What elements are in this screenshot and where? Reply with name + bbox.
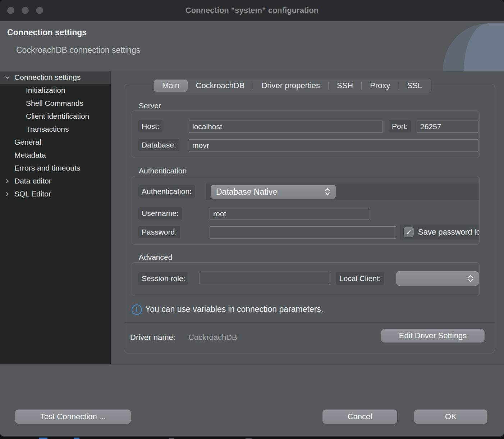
username-label: Username: <box>138 207 182 220</box>
window-title: Connection "system" configuration <box>0 0 504 21</box>
session-role-label: Session role: <box>138 272 188 285</box>
tab-bar: Main CockroachDB Driver properties SSH P… <box>153 78 431 93</box>
dock-fragment <box>39 438 47 439</box>
tab-ssl[interactable]: SSL <box>399 80 431 92</box>
updown-chevron-icon <box>467 274 474 283</box>
sidebar-item-label: Metadata <box>14 149 46 162</box>
main-content: Main CockroachDB Driver properties SSH P… <box>111 71 504 364</box>
sidebar-item-label: Connection settings <box>14 71 81 84</box>
database-label: Database: <box>138 139 179 151</box>
port-input[interactable] <box>417 121 478 133</box>
tab-cockroachdb[interactable]: CockroachDB <box>188 80 253 92</box>
page-title: Connection settings <box>7 28 87 37</box>
sidebar-item-general[interactable]: General <box>0 136 111 149</box>
authentication-section-label: Authentication <box>139 167 187 175</box>
chevron-right-icon[interactable] <box>3 175 12 187</box>
password-input[interactable] <box>210 226 396 239</box>
sidebar-item-errors-and-timeouts[interactable]: Errors and timeouts <box>0 162 111 175</box>
settings-tree: Connection settings Initialization Shell… <box>0 71 111 364</box>
password-label: Password: <box>138 226 180 238</box>
dock-fragment <box>74 438 79 439</box>
sidebar-item-label: Transactions <box>26 123 69 136</box>
page-subtitle: CockroachDB connection settings <box>16 45 140 55</box>
title-bar: Connection "system" configuration <box>0 0 504 21</box>
local-client-select[interactable] <box>396 271 479 286</box>
sidebar-item-connection-settings[interactable]: Connection settings <box>0 71 111 84</box>
driver-name-value: CockroachDB <box>188 333 237 342</box>
authentication-select-value: Database Native <box>216 187 324 197</box>
save-password-checkbox[interactable]: ✓ <box>404 227 414 237</box>
sidebar-item-label: SQL Editor <box>14 187 51 200</box>
server-section-label: Server <box>139 101 161 110</box>
main-tab-panel: Server Host: Port: Database: Authenticat… <box>124 84 495 353</box>
sidebar-item-client-identification[interactable]: Client identification <box>0 110 111 123</box>
checkmark-icon: ✓ <box>406 228 412 236</box>
sidebar-item-label: Client identification <box>26 110 89 123</box>
session-role-input[interactable] <box>200 273 330 285</box>
tab-ssh[interactable]: SSH <box>329 80 361 92</box>
host-label: Host: <box>138 120 162 132</box>
save-password-label: Save password locally <box>418 227 479 237</box>
tab-driver-properties[interactable]: Driver properties <box>253 80 328 92</box>
sidebar-item-transactions[interactable]: Transactions <box>0 123 111 136</box>
updown-chevron-icon <box>324 187 331 196</box>
sidebar-item-metadata[interactable]: Metadata <box>0 149 111 162</box>
advanced-group: Session role: Local Client: <box>132 262 480 296</box>
connection-config-dialog: Connection "system" configuration Connec… <box>0 0 504 436</box>
dialog-footer: Test Connection ... Cancel OK <box>0 364 504 436</box>
tab-proxy[interactable]: Proxy <box>362 80 398 92</box>
driver-name-label: Driver name: <box>130 333 175 342</box>
dialog-header: Connection settings CockroachDB connecti… <box>0 21 504 71</box>
sidebar-item-data-editor[interactable]: Data editor <box>0 175 111 187</box>
sidebar-item-shell-commands[interactable]: Shell Commands <box>0 97 111 110</box>
server-group: Host: Port: Database: <box>132 110 480 158</box>
advanced-section-label: Advanced <box>139 253 172 262</box>
authentication-group: Authentication: Database Native Username… <box>132 176 480 245</box>
port-label: Port: <box>389 120 411 132</box>
chevron-right-icon[interactable] <box>3 187 12 200</box>
panel-separator <box>124 322 495 323</box>
edit-driver-settings-button[interactable]: Edit Driver Settings <box>381 329 485 343</box>
tab-main[interactable]: Main <box>154 80 188 92</box>
authentication-label: Authentication: <box>138 185 195 198</box>
sidebar-item-initialization[interactable]: Initialization <box>0 84 111 97</box>
sidebar-item-label: Errors and timeouts <box>14 162 80 175</box>
info-icon: i <box>132 304 142 315</box>
database-input[interactable] <box>189 139 478 151</box>
sidebar-item-label: General <box>14 136 41 149</box>
local-client-label: Local Client: <box>336 272 384 285</box>
test-connection-button[interactable]: Test Connection ... <box>15 409 131 424</box>
sidebar-item-label: Shell Commands <box>26 97 83 110</box>
sidebar-item-sql-editor[interactable]: SQL Editor <box>0 187 111 200</box>
chevron-down-icon[interactable] <box>3 71 12 84</box>
cancel-button[interactable]: Cancel <box>322 409 397 424</box>
sidebar-item-label: Data editor <box>14 175 51 187</box>
info-message: You can use variables in connection para… <box>145 304 323 314</box>
username-input[interactable] <box>210 208 369 220</box>
sidebar-item-label: Initialization <box>26 84 65 97</box>
authentication-select[interactable]: Database Native <box>211 185 336 199</box>
ok-button[interactable]: OK <box>414 409 487 424</box>
host-input[interactable] <box>189 121 383 133</box>
